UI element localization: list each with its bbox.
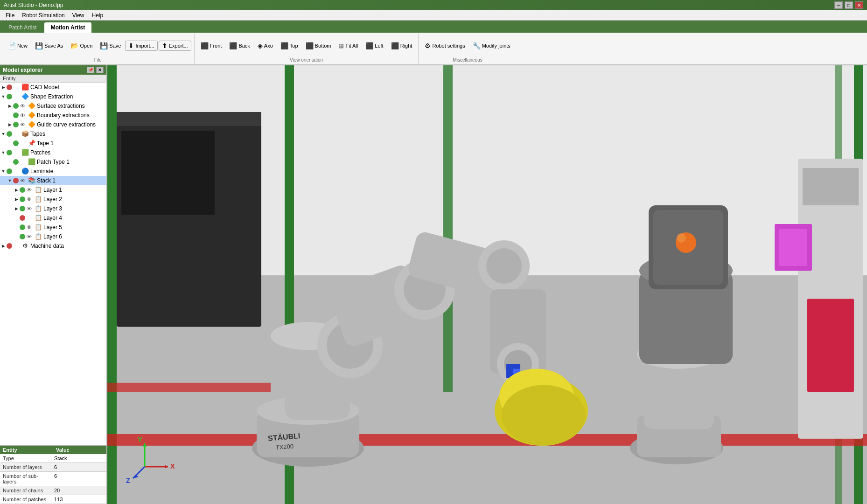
tree-label-patches: Patches (30, 149, 50, 156)
tree-dot-tapes (7, 131, 12, 137)
tree-item-layer2[interactable]: ▶👁📋Layer 2 (0, 195, 106, 204)
tree-label-layer5: Layer 5 (43, 224, 62, 231)
tree-label-tapes: Tapes (30, 131, 45, 137)
save-as-button[interactable]: 💾 Save As (32, 41, 66, 51)
tree-arrow-machine-data: ▶ (0, 244, 7, 248)
import-button[interactable]: ⬇ Import... (125, 41, 157, 51)
toolbar-file-group: 📄 New 💾 Save As 📂 Open 💾 Save ⬇ Import..… (2, 34, 195, 63)
tree-item-boundary-extractions[interactable]: 👁🔶Boundary extractions (0, 111, 106, 120)
tree-icon-layer1: 📋 (34, 186, 42, 194)
tree-item-layer1[interactable]: ▶👁📋Layer 1 (0, 185, 106, 195)
tree-arrow-laminate: ▼ (0, 169, 7, 174)
props-entity-1: Number of layers (0, 463, 51, 471)
props-row: Number of layers 6 (0, 463, 106, 472)
tree-eye-boundary-extractions[interactable]: 👁 (20, 112, 27, 118)
tree-dot-tape1 (13, 140, 19, 146)
tree-item-machine-data[interactable]: ▶⚙Machine data (0, 241, 106, 251)
tree-dot-stack1 (13, 178, 19, 183)
fit-all-button[interactable]: ⊞ Fit All (335, 41, 361, 51)
props-value-1: 6 (51, 463, 106, 471)
tree-item-shape-extraction[interactable]: ▼🔷Shape Extraction (0, 92, 106, 101)
tree-item-layer3[interactable]: ▶👁📋Layer 3 (0, 204, 106, 213)
tree-item-patches[interactable]: ▼🟩Patches (0, 148, 106, 157)
menu-file[interactable]: File (2, 11, 18, 20)
tree-label-stack1: Stack 1 (37, 177, 56, 184)
tree-dot-machine-data (7, 243, 12, 249)
tree-icon-tapes: 📦 (21, 130, 29, 138)
panel-pin-button[interactable]: 📌 (87, 67, 94, 73)
tree-item-guide-curve-extractions[interactable]: ▶👁🔶Guide curve extractions (0, 120, 106, 129)
viewport[interactable]: X Y Z STÄUBLI TX200 (107, 65, 867, 504)
front-button[interactable]: ⬛ Front (197, 41, 225, 51)
props-header-value: Value (53, 446, 106, 454)
svg-text:Z: Z (126, 477, 130, 484)
open-button[interactable]: 📂 Open (67, 41, 96, 51)
tree-dot-layer4 (20, 215, 25, 221)
minimize-button[interactable]: ─ (834, 1, 843, 9)
tree-arrow-layer1: ▶ (13, 188, 20, 192)
tree-item-cad-model[interactable]: ▶🟥CAD Model (0, 83, 106, 92)
restore-button[interactable]: □ (845, 1, 853, 9)
front-icon: ⬛ (201, 42, 209, 49)
tree-item-layer5[interactable]: 👁📋Layer 5 (0, 223, 106, 232)
robot-settings-button[interactable]: ⚙ Robot settings (421, 41, 468, 51)
tab-patch-artist[interactable]: Patch Artist (2, 22, 43, 33)
tree-item-layer4[interactable]: 📋Layer 4 (0, 213, 106, 223)
export-button[interactable]: ⬆ Export... (159, 41, 191, 51)
tree-icon-tape1: 📌 (28, 140, 36, 147)
tree-label-cad-model: CAD Model (30, 84, 59, 91)
svg-rect-46 (807, 299, 854, 392)
tree-eye-layer3[interactable]: 👁 (27, 206, 33, 211)
model-tree[interactable]: ▶🟥CAD Model▼🔷Shape Extraction▶👁🔶Surface … (0, 83, 106, 445)
close-button[interactable]: ✕ (855, 1, 863, 9)
save-button[interactable]: 💾 Save (97, 41, 124, 51)
tree-icon-machine-data: ⚙ (21, 242, 29, 250)
tree-eye-layer1[interactable]: 👁 (27, 187, 33, 193)
menu-help[interactable]: Help (88, 11, 107, 20)
tree-eye-layer6[interactable]: 👁 (27, 234, 33, 239)
tree-item-patch-type1[interactable]: 🟩Patch Type 1 (0, 157, 106, 167)
tree-item-laminate[interactable]: ▼🔵Laminate (0, 167, 106, 176)
tab-bar: Patch Artist Motion Artist (0, 21, 867, 33)
tree-eye-surface-extractions[interactable]: 👁 (20, 103, 27, 109)
tree-item-tape1[interactable]: 📌Tape 1 (0, 139, 106, 148)
left-panel: Model explorer 📌 ✕ Entity ▶🟥CAD Model▼🔷S… (0, 65, 107, 504)
props-header-entity: Entity (0, 446, 53, 454)
right-button[interactable]: ⬛ Right (388, 41, 416, 51)
axo-button[interactable]: ◈ Axo (254, 41, 276, 51)
back-button[interactable]: ⬛ Back (226, 41, 253, 51)
left-button[interactable]: ⬛ Left (362, 41, 386, 51)
tree-dot-boundary-extractions (13, 112, 19, 118)
tree-eye-layer5[interactable]: 👁 (27, 224, 33, 230)
new-button[interactable]: 📄 New (5, 41, 31, 51)
title-bar: Artist Studio - Demo.fpp ─ □ ✕ (0, 0, 867, 10)
tree-eye-stack1[interactable]: 👁 (20, 178, 27, 183)
modify-joints-button[interactable]: 🔧 Modify joints (469, 41, 514, 51)
top-button[interactable]: ⬛ Top (277, 41, 301, 51)
tree-label-layer6: Layer 6 (43, 233, 62, 240)
tree-item-stack1[interactable]: ▼👁📚Stack 1 (0, 176, 106, 185)
top-icon: ⬛ (280, 42, 288, 49)
svg-rect-11 (117, 112, 261, 126)
tree-item-tapes[interactable]: ▼📦Tapes (0, 129, 106, 139)
panel-title: Model explorer (3, 67, 42, 73)
props-entity-0: Type (0, 454, 51, 462)
menu-view[interactable]: View (69, 11, 88, 20)
tree-arrow-patches: ▼ (0, 150, 7, 155)
tab-motion-artist[interactable]: Motion Artist (44, 22, 92, 33)
tree-item-layer6[interactable]: 👁📋Layer 6 (0, 232, 106, 241)
svg-rect-12 (121, 131, 215, 215)
back-icon: ⬛ (229, 42, 237, 49)
tree-item-surface-extractions[interactable]: ▶👁🔶Surface extractions (0, 101, 106, 111)
tree-label-layer1: Layer 1 (43, 187, 62, 193)
bottom-button[interactable]: ⬛ Bottom (302, 41, 335, 51)
menu-robot-simulation[interactable]: Robot Simulation (18, 11, 68, 20)
tree-eye-layer2[interactable]: 👁 (27, 196, 33, 202)
tree-label-guide-curve-extractions: Guide curve extractions (37, 121, 96, 128)
tree-eye-guide-curve-extractions[interactable]: 👁 (20, 122, 27, 127)
tree-label-patch-type1: Patch Type 1 (37, 159, 70, 165)
tree-dot-layer3 (20, 206, 25, 211)
tree-icon-boundary-extractions: 🔶 (28, 112, 36, 119)
tree-arrow-guide-curve-extractions: ▶ (7, 122, 13, 127)
panel-close-button[interactable]: ✕ (96, 67, 104, 73)
